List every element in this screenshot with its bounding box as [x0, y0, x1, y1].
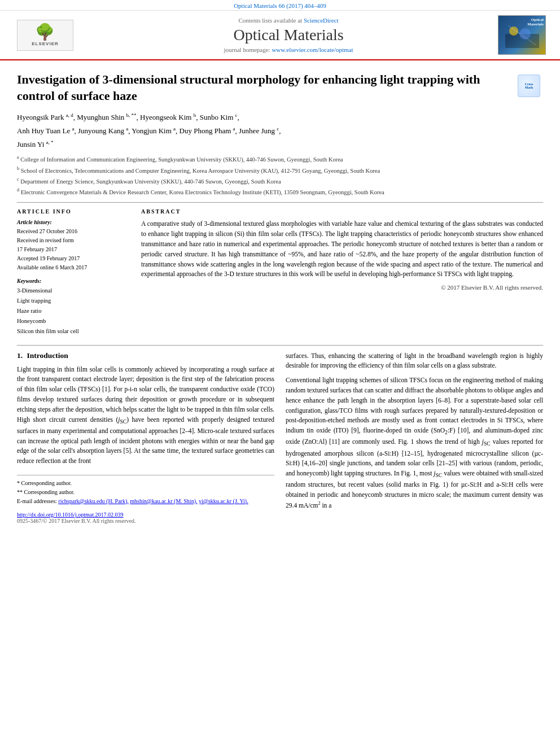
journal-title: Optical Materials	[90, 26, 487, 44]
email-2[interactable]: mhshin@kau.ac.kr (M. Shin),	[130, 498, 197, 504]
journal-homepage: journal homepage: www.elsevier.com/locat…	[90, 46, 487, 53]
intro-para-1: Light trapping in thin film solar cells …	[17, 365, 274, 466]
article-body: Investigation of 3-dimensional structura…	[0, 60, 560, 535]
svg-point-1	[509, 27, 518, 36]
intro-para-right-2: Conventional light trapping schemes of s…	[286, 375, 543, 510]
footnotes: * Corresponding author. ** Corresponding…	[17, 475, 274, 506]
tree-icon: 🌳	[32, 24, 59, 40]
keywords-label: Keywords:	[17, 278, 130, 284]
available-date: Available online 6 March 2017	[17, 263, 130, 272]
divider-2	[17, 345, 543, 346]
abstract-panel: ABSTRACT A comparative study of 3-dimens…	[141, 208, 543, 336]
journal-center: Contents lists available at ScienceDirec…	[79, 17, 498, 53]
logo-image: 🌳 ELSEVIER	[17, 20, 73, 51]
info-abstract-section: ARTICLE INFO Article history: Received 2…	[17, 208, 543, 336]
received-date: Received 27 October 2016	[17, 227, 130, 236]
title-row: Investigation of 3-dimensional structura…	[17, 72, 543, 104]
journal-meta-bar: Optical Materials 66 (2017) 404–409	[0, 0, 560, 11]
doi-section: http://dx.doi.org/10.1016/j.optmat.2017.…	[17, 512, 274, 518]
section-number: 1.	[17, 351, 23, 360]
keyword-3: Haze ratio	[17, 306, 130, 316]
journal-cover: OpticalMaterials	[498, 15, 549, 55]
sciencedirect-info: Contents lists available at ScienceDirec…	[90, 17, 487, 24]
footnote-2: ** Corresponding author.	[17, 488, 274, 497]
main-two-column: 1. Introduction Light trapping in thin f…	[17, 351, 543, 524]
journal-meta-text: Optical Materials 66 (2017) 404–409	[234, 2, 326, 9]
keywords-section: Keywords: 3-Dimensional Light trapping H…	[17, 278, 130, 336]
intro-para-right-1: surfaces. Thus, enhancing the scattering…	[286, 351, 543, 372]
affiliation-c: c Department of Energy Science, Sungkyun…	[17, 176, 543, 186]
abstract-body: A comparative study of 3-dimensional tex…	[141, 219, 543, 279]
keywords-list: 3-Dimensional Light trapping Haze ratio …	[17, 286, 130, 336]
accepted-date: Accepted 19 February 2017	[17, 254, 130, 263]
authors-line: Hyeongsik Park a, d, Myunghun Shin b, **…	[17, 111, 543, 151]
affiliations: a College of Information and Communicati…	[17, 154, 543, 196]
crossmark-badge-container: CrossMark	[518, 75, 543, 97]
keyword-5: Silicon thin film solar cell	[17, 326, 130, 337]
page: Optical Materials 66 (2017) 404–409 🌳 EL…	[0, 0, 560, 747]
elsevier-brand-text: ELSEVIER	[32, 41, 59, 46]
revised-date: 17 February 2017	[17, 245, 130, 254]
left-column: 1. Introduction Light trapping in thin f…	[17, 351, 274, 524]
copyright: © 2017 Elsevier B.V. All rights reserved…	[141, 284, 543, 291]
intro-heading: 1. Introduction	[17, 351, 274, 360]
sciencedirect-link[interactable]: ScienceDirect	[304, 17, 339, 24]
keyword-4: Honeycomb	[17, 316, 130, 326]
abstract-heading: ABSTRACT	[141, 208, 543, 215]
crossmark-icon: CrossMark	[518, 75, 540, 97]
footnote-1: * Corresponding author.	[17, 479, 274, 488]
right-column: surfaces. Thus, enhancing the scattering…	[286, 351, 543, 524]
light-tapping-text: light tapping	[331, 470, 364, 477]
divider-1	[17, 202, 543, 203]
affiliation-b: b School of Electronics, Telecommunicati…	[17, 165, 543, 175]
email-3[interactable]: yi@skku.ac.kr (J. Yi).	[199, 498, 248, 504]
svg-point-2	[519, 28, 531, 40]
journal-header: Optical Materials 66 (2017) 404–409 🌳 EL…	[0, 0, 560, 60]
keyword-2: Light trapping	[17, 296, 130, 306]
cover-label: OpticalMaterials	[527, 18, 544, 27]
revised-label: Received in revised form	[17, 236, 130, 245]
article-info-panel: ARTICLE INFO Article history: Received 2…	[17, 208, 130, 336]
elsevier-logo: 🌳 ELSEVIER	[11, 20, 79, 51]
doi-link[interactable]: http://dx.doi.org/10.1016/j.optmat.2017.…	[17, 512, 123, 518]
article-title: Investigation of 3-dimensional structura…	[17, 72, 518, 104]
affiliation-d: d Electronic Convergence Materials & Dev…	[17, 187, 543, 196]
footnote-email: E-mail addresses: richspark@skku.edu (H.…	[17, 497, 274, 506]
article-info-heading: ARTICLE INFO	[17, 208, 130, 215]
homepage-link[interactable]: www.elsevier.com/locate/optmat	[272, 46, 353, 53]
cover-image: OpticalMaterials	[498, 15, 546, 55]
history-label: Article history:	[17, 219, 130, 225]
section-title-text: Introduction	[27, 351, 68, 360]
affiliation-a: a College of Information and Communicati…	[17, 154, 543, 164]
email-1[interactable]: richspark@skku.edu (H. Park),	[58, 498, 128, 504]
issn-line: 0925-3467/© 2017 Elsevier B.V. All right…	[17, 518, 274, 524]
journal-branding: 🌳 ELSEVIER Contents lists available at S…	[0, 11, 560, 59]
keyword-1: 3-Dimensional	[17, 286, 130, 296]
article-history: Article history: Received 27 October 201…	[17, 219, 130, 272]
history-dates: Received 27 October 2016 Received in rev…	[17, 227, 130, 272]
